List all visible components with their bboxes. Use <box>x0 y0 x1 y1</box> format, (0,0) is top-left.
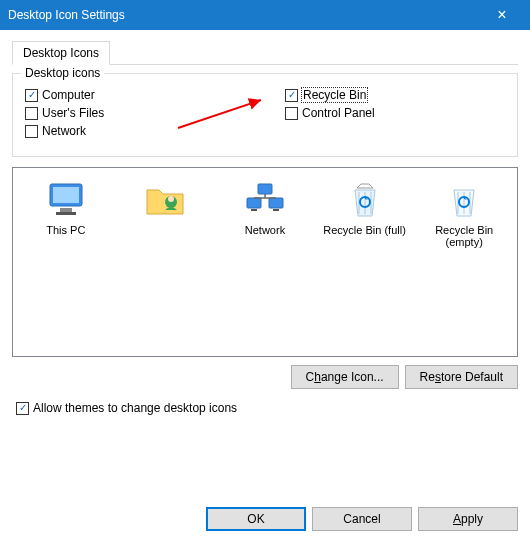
icon-label: Recycle Bin (full) <box>323 224 406 236</box>
apply-button[interactable]: Apply <box>418 507 518 531</box>
dialog-content: Desktop Icons Desktop icons Computer Rec… <box>0 30 530 425</box>
icon-recycle-empty[interactable]: Recycle Bin (empty) <box>419 180 509 248</box>
cancel-button[interactable]: Cancel <box>312 507 412 531</box>
controlpanel-label: Control Panel <box>302 106 375 120</box>
computer-label: Computer <box>42 88 95 102</box>
group-legend: Desktop icons <box>21 66 104 80</box>
recyclebin-checkbox[interactable] <box>285 89 298 102</box>
icon-label: This PC <box>46 224 85 236</box>
tab-desktop-icons[interactable]: Desktop Icons <box>12 41 110 65</box>
icon-preview-list[interactable]: This PC Network Recycle Bin (full) Recyc… <box>12 167 518 357</box>
network-checkbox[interactable] <box>25 125 38 138</box>
svg-rect-7 <box>247 198 261 208</box>
folder-user-icon <box>141 180 189 220</box>
svg-rect-3 <box>60 208 72 212</box>
icon-this-pc[interactable]: This PC <box>21 180 111 236</box>
recyclebin-label: Recycle Bin <box>302 88 367 102</box>
usersfiles-checkbox[interactable] <box>25 107 38 120</box>
svg-rect-2 <box>53 187 79 203</box>
restore-default-button[interactable]: Restore Default <box>405 365 518 389</box>
titlebar: Desktop Icon Settings × <box>0 0 530 30</box>
icon-label: Network <box>245 224 285 236</box>
close-icon[interactable]: × <box>482 6 522 24</box>
network-icon <box>241 180 289 220</box>
svg-rect-8 <box>269 198 283 208</box>
allow-themes-row: Allow themes to change desktop icons <box>16 401 518 415</box>
svg-rect-13 <box>273 209 279 211</box>
recyclebin-full-icon <box>341 180 389 220</box>
svg-rect-12 <box>251 209 257 211</box>
allow-themes-checkbox[interactable] <box>16 402 29 415</box>
icon-user-folder[interactable] <box>121 180 211 224</box>
ok-button[interactable]: OK <box>206 507 306 531</box>
tab-strip: Desktop Icons <box>12 40 518 65</box>
allow-themes-label: Allow themes to change desktop icons <box>33 401 237 415</box>
controlpanel-checkbox[interactable] <box>285 107 298 120</box>
window-title: Desktop Icon Settings <box>8 8 482 22</box>
icon-recycle-full[interactable]: Recycle Bin (full) <box>320 180 410 236</box>
svg-rect-9 <box>258 184 272 194</box>
icon-buttons-row: Change Icon... Restore Default <box>12 365 518 389</box>
svg-point-6 <box>168 196 174 202</box>
dialog-footer: OK Cancel Apply <box>0 497 530 541</box>
svg-rect-4 <box>56 212 76 215</box>
monitor-icon <box>42 180 90 220</box>
recyclebin-empty-icon <box>440 180 488 220</box>
desktop-icons-group: Desktop icons Computer Recycle Bin User'… <box>12 73 518 157</box>
computer-checkbox[interactable] <box>25 89 38 102</box>
network-label: Network <box>42 124 86 138</box>
icon-network[interactable]: Network <box>220 180 310 236</box>
usersfiles-label: User's Files <box>42 106 104 120</box>
change-icon-button[interactable]: Change Icon... <box>291 365 399 389</box>
icon-label: Recycle Bin (empty) <box>419 224 509 248</box>
